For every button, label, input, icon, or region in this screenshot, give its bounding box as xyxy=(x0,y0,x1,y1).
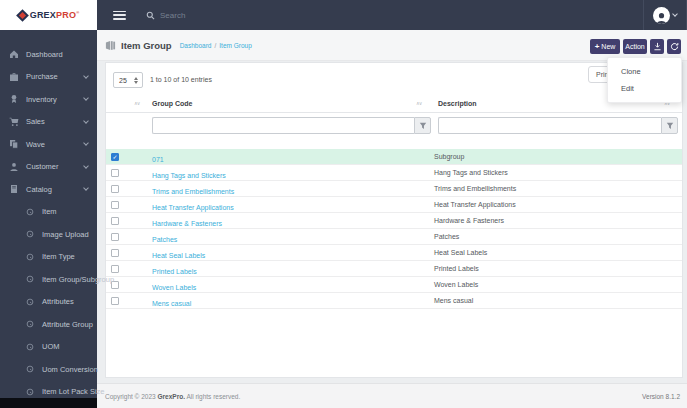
books-icon xyxy=(105,40,116,51)
group-code-link[interactable]: Trims and Embellishments xyxy=(152,188,234,195)
group-code-link[interactable]: 071 xyxy=(152,156,164,163)
description-cell: Hardware & Fasteners xyxy=(434,217,682,224)
sidebar-bottom-strip xyxy=(0,398,97,408)
menu-item-edit[interactable]: Edit xyxy=(608,80,681,97)
brand-logo-text: GREXPRO® xyxy=(30,10,80,20)
clock-circle-icon xyxy=(25,364,35,374)
clock-circle-icon xyxy=(25,229,35,239)
sidebar-item-sales[interactable]: Sales xyxy=(0,111,97,134)
description-cell: Printed Labels xyxy=(434,265,682,272)
footer: Copyright © 2023 GrexPro. All rights res… xyxy=(97,383,687,408)
sidebar-subitem-attributes[interactable]: Attributes xyxy=(0,291,97,314)
global-search xyxy=(146,11,643,20)
row-checkbox[interactable] xyxy=(111,233,119,241)
refresh-icon xyxy=(670,42,679,51)
group-code-link[interactable]: Heat Transfer Applications xyxy=(152,204,234,211)
sidebar-subitem-item-type[interactable]: Item Type xyxy=(0,246,97,269)
stepper-icon xyxy=(132,77,140,84)
copyright-text: Copyright © 2023 GrexPro. All rights res… xyxy=(105,393,240,400)
badge-icon xyxy=(9,94,19,104)
description-cell: Patches xyxy=(434,233,682,240)
clock-circle-icon xyxy=(25,297,35,307)
group-code-link[interactable]: Heat Seal Labels xyxy=(152,252,205,259)
filter-funnel-icon xyxy=(419,122,427,130)
chevron-down-icon xyxy=(83,118,89,124)
clock-circle-icon xyxy=(25,252,35,262)
row-checkbox[interactable] xyxy=(111,297,119,305)
filter-row xyxy=(106,113,682,141)
sidebar-subitem-uom[interactable]: UOM xyxy=(0,336,97,359)
book-icon xyxy=(9,184,19,194)
breadcrumb: Dashboard / Item Group xyxy=(180,42,252,49)
description-cell: Mens casual xyxy=(434,297,682,304)
search-icon xyxy=(146,11,155,20)
group-code-link[interactable]: Mens casual xyxy=(152,300,191,307)
table-body: 071 Subgroup Hang Tags and Stickers Hang… xyxy=(106,149,682,309)
brand-logo-icon xyxy=(16,9,29,22)
column-header-group-code[interactable]: Group Code xyxy=(152,100,192,107)
refresh-button[interactable] xyxy=(667,39,681,54)
clock-circle-icon xyxy=(25,387,35,397)
chevron-down-icon xyxy=(83,185,89,191)
breadcrumb-current-link[interactable]: Item Group xyxy=(219,42,252,49)
clock-circle-icon xyxy=(25,207,35,217)
new-button[interactable]: +New xyxy=(590,39,620,54)
row-checkbox[interactable] xyxy=(111,249,119,257)
user-icon xyxy=(9,162,19,172)
sidebar-subitem-item-group-subgroup[interactable]: Item Group/Subgroup xyxy=(0,268,97,291)
page-title: Item Group xyxy=(121,40,172,51)
filter-funnel-icon xyxy=(666,122,674,130)
sidebar: Dashboard Purchase Inventory Sales Wave xyxy=(0,30,97,408)
page-size-select[interactable]: 25 xyxy=(113,72,143,88)
content-card: 25 1 to 10 of 10 entries ∧∨ Group Code ∧… xyxy=(105,62,683,378)
download-icon xyxy=(653,42,662,51)
sidebar-item-wave[interactable]: Wave xyxy=(0,133,97,156)
row-checkbox[interactable] xyxy=(111,265,119,273)
group-code-filter-button[interactable] xyxy=(414,117,431,134)
chevron-down-icon xyxy=(83,140,89,146)
sidebar-subitem-attribute-group[interactable]: Attribute Group xyxy=(0,313,97,336)
download-button[interactable] xyxy=(650,39,664,54)
clock-circle-icon xyxy=(25,319,35,329)
sidebar-item-dashboard[interactable]: Dashboard xyxy=(0,43,97,66)
group-code-link[interactable]: Patches xyxy=(152,236,177,243)
sidebar-item-customer[interactable]: Customer xyxy=(0,156,97,179)
sort-toggle-group-code[interactable]: ∧∨ xyxy=(416,100,421,106)
sidebar-item-catalog[interactable]: Catalog xyxy=(0,178,97,201)
row-checkbox[interactable] xyxy=(111,169,119,177)
topbar xyxy=(97,0,687,30)
copy-icon xyxy=(9,139,19,149)
menu-item-clone[interactable]: Clone xyxy=(608,63,681,80)
sidebar-subitem-item[interactable]: Item xyxy=(0,201,97,224)
sidebar-subitem-image-upload[interactable]: Image Upload xyxy=(0,223,97,246)
row-checkbox[interactable] xyxy=(111,217,119,225)
row-checkbox[interactable] xyxy=(111,185,119,193)
table-header: ∧∨ Group Code ∧∨ Description ∧∨ xyxy=(106,96,682,113)
row-checkbox[interactable] xyxy=(111,201,119,209)
sort-toggle-checkbox-column[interactable]: ∧∨ xyxy=(134,100,139,106)
group-code-filter-input[interactable] xyxy=(152,117,414,134)
breadcrumb-dashboard-link[interactable]: Dashboard xyxy=(180,42,212,49)
group-code-link[interactable]: Woven Labels xyxy=(152,284,196,291)
description-filter-input[interactable] xyxy=(438,117,661,134)
brand-logo[interactable]: GREXPRO® xyxy=(0,0,97,30)
group-code-link[interactable]: Hang Tags and Stickers xyxy=(152,172,226,179)
action-button[interactable]: Action xyxy=(623,39,647,54)
row-checkbox[interactable] xyxy=(111,153,119,161)
column-header-description[interactable]: Description xyxy=(438,100,477,107)
group-code-link[interactable]: Hardware & Fasteners xyxy=(152,220,222,227)
plus-icon: + xyxy=(595,43,600,51)
action-dropdown-menu: Clone Edit xyxy=(607,57,682,103)
search-input[interactable] xyxy=(160,11,340,20)
sidebar-item-inventory[interactable]: Inventory xyxy=(0,88,97,111)
description-filter-button[interactable] xyxy=(661,117,678,134)
group-code-link[interactable]: Printed Labels xyxy=(152,268,197,275)
menu-toggle-icon[interactable] xyxy=(113,11,126,20)
clock-circle-icon xyxy=(25,342,35,352)
sidebar-item-purchase[interactable]: Purchase xyxy=(0,66,97,89)
user-menu[interactable] xyxy=(643,0,687,30)
table-row[interactable]: Mens casual Mens casual xyxy=(106,293,682,309)
description-cell: Hang Tags and Stickers xyxy=(434,169,682,176)
chevron-down-icon xyxy=(83,163,89,169)
sidebar-subitem-uom-conversion[interactable]: Uom Conversion xyxy=(0,358,97,381)
